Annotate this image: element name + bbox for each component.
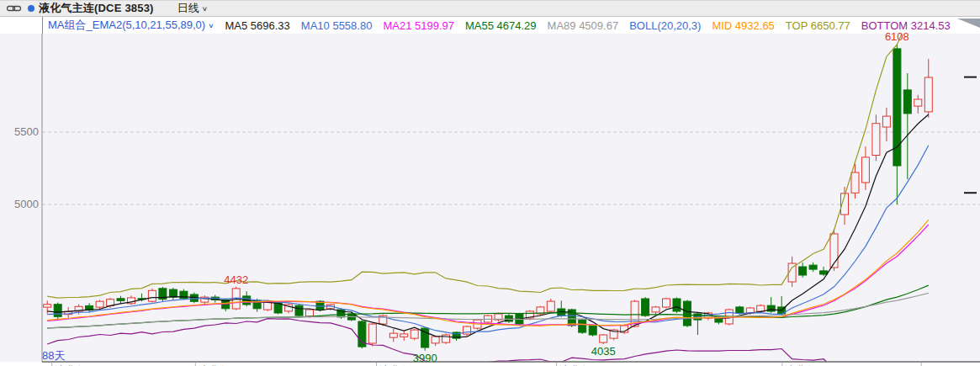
y-axis-tick-5000: 5000 [5,198,39,210]
chevron-down-icon: ∨ [208,22,214,29]
ma-settings-dropdown[interactable]: MA组合_EMA2(5,10,21,55,89,0) ∨ [48,18,214,33]
legend-ma55: MA55 4674.29 [465,19,537,32]
ma-combo-label: MA组合_EMA2(5,10,21,55,89,0) [48,18,205,33]
legend-ma89: MA89 4509.67 [548,19,619,32]
title-bar: 液化气主连(DCE 3853) 日线 ∨ [0,0,980,17]
legend-top: TOP 6650.77 [786,19,850,32]
period-label: 日线 [177,1,199,16]
price-label-low-3990: 3990 [413,352,437,364]
instrument-dot-icon [28,5,34,12]
instrument-title: 液化气主连(DCE 3853) [39,1,154,16]
price-label-high-6108: 6108 [885,30,909,43]
day-count-tag: 88天 [42,348,65,363]
period-dropdown[interactable]: 日线 ∨ [177,1,208,16]
legend-ma5: MA5 5696.33 [225,19,289,32]
y-axis-tick-5500: 5500 [5,125,39,138]
price-label-high-4432: 4432 [224,273,248,286]
link-chain-icon[interactable] [7,4,21,13]
futures-chart-app: 液化气主连(DCE 3853) 日线 ∨ MA组合_EMA2(5,10,21,5… [0,0,980,366]
price-label-low-4035: 4035 [591,345,616,358]
legend-mid: MID 4932.65 [712,19,774,32]
legend-ma10: MA10 5558.80 [301,19,373,32]
candlestick-chart[interactable] [0,17,980,366]
chart-area: MA组合_EMA2(5,10,21,55,89,0) ∨ MA5 5696.33… [0,17,980,366]
legend-ma21: MA21 5199.97 [383,19,454,32]
legend-boll: BOLL(20,20,3) [629,19,701,32]
chevron-down-icon: ∨ [202,5,208,13]
indicator-bar: MA组合_EMA2(5,10,21,55,89,0) ∨ MA5 5696.33… [0,17,980,34]
legend-bottom: BOTTOM 3214.53 [861,19,951,32]
